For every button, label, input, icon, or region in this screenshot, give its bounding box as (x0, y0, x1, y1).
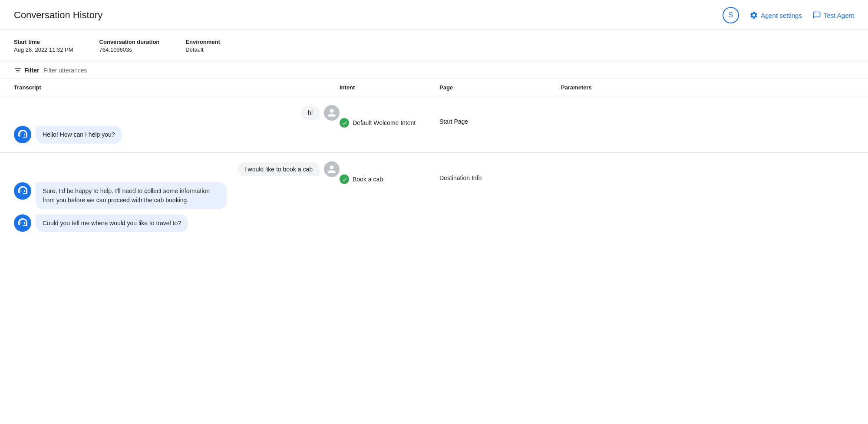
user-message-row-2: I would like to book a cab (14, 161, 340, 177)
agent-bubble-1: Hello! How can I help you? (36, 126, 122, 144)
start-time-value: Aug 28, 2022 11:32 PM (14, 46, 73, 53)
chat-icon (812, 11, 821, 20)
params-col-2 (561, 161, 854, 174)
headset-icon (17, 186, 28, 196)
intent-text-2: Book a cab (353, 176, 383, 183)
person-icon (327, 164, 337, 174)
meta-bar: Start time Aug 28, 2022 11:32 PM Convers… (0, 30, 868, 62)
table-header: Transcript Intent Page Parameters (0, 79, 868, 96)
page-text-1: Start Page (439, 118, 468, 125)
agent-settings-button[interactable]: Agent settings (749, 11, 802, 20)
agent-avatar-1 (14, 126, 31, 143)
user-avatar-2 (324, 161, 340, 177)
checkmark-icon (342, 120, 347, 126)
intent-text-1: Default Welcome Intent (353, 119, 416, 126)
user-avatar-1 (324, 105, 340, 121)
col-parameters: Parameters (561, 84, 854, 91)
intent-col-2: Book a cab (340, 161, 439, 184)
duration-label: Conversation duration (99, 39, 160, 45)
user-message-row-1: hi (14, 105, 340, 121)
params-col-1 (561, 105, 854, 118)
page-title: Conversation History (14, 10, 102, 21)
page-text-2: Destination Info (439, 174, 482, 181)
agent-avatar-2a (14, 182, 31, 200)
page-col-2: Destination Info (439, 161, 561, 181)
agent-message-row-1: Hello! How can I help you? (14, 126, 340, 144)
filter-icon-label: Filter (14, 66, 39, 74)
col-intent: Intent (340, 84, 439, 91)
intent-col-1: Default Welcome Intent (340, 105, 439, 128)
page-header: Conversation History S Agent settings Te… (0, 0, 868, 30)
agent-bubble-2b: Could you tell me where would you like t… (36, 214, 188, 232)
agent-settings-label: Agent settings (761, 12, 802, 19)
test-agent-button[interactable]: Test Agent (812, 11, 854, 20)
checkmark-icon (342, 177, 347, 182)
start-time-label: Start time (14, 39, 73, 45)
duration-item: Conversation duration 764.109603s (99, 39, 160, 53)
test-agent-label: Test Agent (824, 12, 854, 19)
person-icon (327, 108, 337, 118)
col-transcript: Transcript (14, 84, 340, 91)
agent-bubble-2a: Sure, I'd be happy to help. I'll need to… (36, 182, 227, 209)
col-page: Page (439, 84, 561, 91)
conversation-row: hi Hello! How can I help you? (0, 96, 868, 153)
user-bubble-1: hi (301, 106, 320, 120)
check-icon-1 (340, 118, 349, 128)
gear-icon (749, 11, 758, 20)
start-time-item: Start time Aug 28, 2022 11:32 PM (14, 39, 73, 53)
transcript-col-1: hi Hello! How can I help you? (14, 105, 340, 144)
filter-label: Filter (24, 67, 39, 74)
transcript-col-2: I would like to book a cab Sure, I'd be … (14, 161, 340, 232)
header-actions: S Agent settings Test Agent (723, 7, 854, 23)
page-col-1: Start Page (439, 105, 561, 125)
environment-value: Default (185, 46, 203, 53)
intent-badge-2: Book a cab (340, 174, 383, 184)
check-icon-2 (340, 174, 349, 184)
agent-message-row-2b: Could you tell me where would you like t… (14, 214, 340, 232)
headset-icon (17, 129, 28, 140)
headset-icon (17, 218, 28, 228)
conversation-row-2: I would like to book a cab Sure, I'd be … (0, 153, 868, 241)
environment-item: Environment Default (185, 39, 220, 53)
intent-badge-1: Default Welcome Intent (340, 118, 416, 128)
environment-label: Environment (185, 39, 220, 45)
filter-input[interactable] (43, 67, 854, 74)
agent-message-row-2a: Sure, I'd be happy to help. I'll need to… (14, 182, 340, 209)
duration-value: 764.109603s (99, 46, 132, 53)
avatar[interactable]: S (723, 7, 739, 23)
agent-avatar-2b (14, 214, 31, 232)
user-bubble-2: I would like to book a cab (238, 162, 320, 176)
filter-bar: Filter (0, 62, 868, 79)
filter-icon (14, 66, 22, 74)
